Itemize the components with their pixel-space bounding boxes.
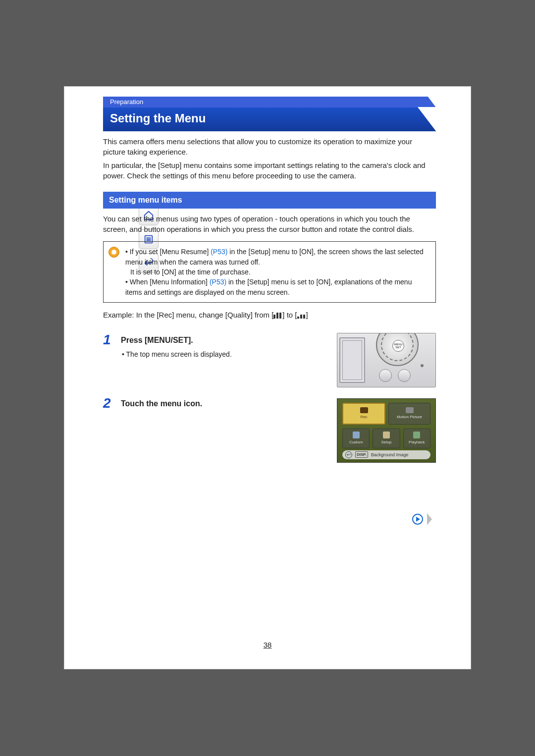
disp-label: DISP. (355, 451, 368, 458)
page-number: 38 (64, 641, 471, 649)
note-bullet-2: • When [Menu Information] (P53) in the [… (125, 277, 429, 297)
quality-low-icon (297, 313, 306, 319)
control-dial-icon: MENU SET (376, 333, 419, 366)
tip-icon (108, 247, 119, 258)
wrench-icon (383, 432, 390, 438)
menu-set-button-icon: MENU SET (392, 340, 404, 352)
menu-tile-playback: Playback (403, 429, 430, 448)
menu-tile-rec: Rec (342, 403, 385, 425)
step-2: 2 Touch the menu icon. Rec Motion Pictur… (103, 396, 436, 463)
section-subheading: Setting menu items (103, 192, 436, 209)
menu-tile-motion: Motion Picture (388, 403, 430, 425)
example-line: Example: In the [Rec] menu, change [Qual… (103, 310, 436, 320)
breadcrumb: Preparation (103, 97, 436, 108)
link-p53-b[interactable]: (P53) (210, 278, 226, 286)
step-title: Touch the menu icon. (121, 398, 331, 409)
note-bullet-1-sub: It is set to [ON] at the time of purchas… (125, 267, 429, 277)
menu-tile-setup: Setup (373, 429, 400, 448)
video-icon (406, 407, 414, 413)
step-number: 2 (103, 396, 115, 410)
intro-para-2: In particular, the [Setup] menu contains… (103, 160, 436, 181)
step-1: 1 Press [MENU/SET]. • The top menu scree… (103, 333, 436, 387)
note-box: • If you set [Menu Resume] (P53) in the … (103, 241, 436, 302)
next-page-arrow[interactable] (412, 513, 432, 525)
quality-high-icon (273, 313, 282, 319)
section-description: You can set the menus using two types of… (103, 214, 436, 234)
figure-touchscreen-menu: Rec Motion Picture Custom Setup Playback… (337, 398, 436, 463)
camera-icon (360, 407, 368, 413)
play-icon (413, 432, 420, 438)
footer-text: Background Image (371, 452, 409, 458)
intro-para-1: This camera offers menu selections that … (103, 136, 436, 157)
step-number: 1 (103, 333, 115, 347)
menu-tile-custom: Custom (342, 429, 370, 448)
back-small-icon: ↩ (345, 451, 352, 458)
page-title: Setting the Menu (103, 108, 436, 131)
wrench-icon (353, 432, 360, 438)
note-bullet-1: • If you set [Menu Resume] (P53) in the … (125, 247, 429, 267)
link-p53-a[interactable]: (P53) (211, 248, 227, 256)
arrow-right-icon (412, 514, 423, 525)
step-title: Press [MENU/SET]. (121, 335, 331, 346)
step-subtext: • The top menu screen is displayed. (121, 350, 331, 360)
figure-camera-controls: MENU SET (337, 333, 436, 387)
